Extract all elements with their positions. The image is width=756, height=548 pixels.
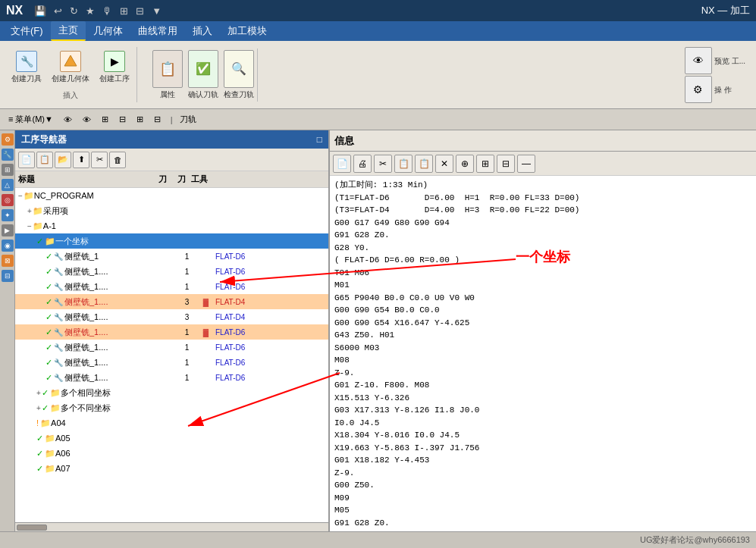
nav-btn-3[interactable]: 📂 [55, 152, 71, 168]
check-tool-icon[interactable]: 🔍 [224, 50, 254, 88]
side-icon-6[interactable]: ✦ [2, 209, 14, 221]
nav-btn-5[interactable]: ✂ [91, 152, 108, 168]
insert-label: 插入 [63, 90, 78, 101]
svg-marker-0 [64, 55, 77, 66]
redo-icon[interactable]: ↻ [67, 5, 80, 17]
expand-multi-same[interactable]: + [36, 389, 41, 397]
tree-item-op2[interactable]: ✓ 🔧 侧壁铣_1.... 1 FLAT-D6 [15, 264, 328, 279]
collapse-btn[interactable]: ⊟ [115, 113, 130, 126]
grid-btn[interactable]: ⊞ [133, 113, 147, 126]
expand-common[interactable]: + [27, 207, 32, 215]
tree-item-one-coord[interactable]: ✓ 📁 一个坐标 [15, 233, 328, 249]
op5-tool: FLAT-D4 [215, 313, 328, 321]
side-icon-8[interactable]: ◉ [2, 240, 14, 252]
filter-btn[interactable]: ⊟ [150, 113, 165, 126]
info-btn-6[interactable]: ✕ [435, 155, 453, 173]
tree-item-op8[interactable]: ✓ 🔧 侧壁铣_1.... 1 FLAT-D6 [15, 355, 328, 370]
info-btn-2[interactable]: 🖨 [353, 155, 372, 173]
scrollbar-thumb[interactable] [17, 525, 47, 531]
window2-icon[interactable]: ⊟ [133, 5, 146, 17]
create-tool-button[interactable]: 🔧 创建刀具 [8, 49, 45, 86]
info-btn-9[interactable]: ⊟ [497, 155, 515, 173]
view-btn2[interactable]: 👁 [79, 114, 95, 126]
menu-geometry[interactable]: 几何体 [86, 22, 130, 40]
side-icon-2[interactable]: 🔧 [2, 149, 14, 161]
verify-tool-icon[interactable]: ✅ [188, 50, 218, 88]
create-geometry-label: 创建几何体 [52, 74, 89, 84]
menu-machining[interactable]: 加工模块 [220, 22, 274, 40]
tree-item-a1[interactable]: − 📁 A-1 [15, 218, 328, 233]
nav-btn-1[interactable]: 📄 [18, 152, 35, 168]
op8-label: 侧壁铣_1.... [64, 357, 177, 368]
tree-item-op5[interactable]: ✓ 🔧 侧壁铣_1.... 3 FLAT-D4 [15, 309, 328, 324]
side-icon-1[interactable]: ⚙ [2, 133, 14, 146]
menu-curves[interactable]: 曲线常用 [130, 22, 185, 40]
side-icon-4[interactable]: △ [2, 179, 14, 191]
info-content[interactable]: (加工时间: 1:33 Min) (T1=FLAT-D6 D=6.00 H=1 … [330, 176, 756, 531]
operate-icon[interactable]: ⚙ [685, 76, 712, 103]
tree-item-nc-program[interactable]: − 📁 NC_PROGRAM [15, 188, 328, 203]
info-btn-5[interactable]: 📋 [415, 155, 433, 173]
info-line-4: G91 G28 Z0. [334, 229, 751, 242]
menu-dropdown-icon[interactable]: ▼ [149, 5, 164, 17]
side-icon-5[interactable]: ◎ [2, 194, 14, 206]
expand-a1[interactable]: − [27, 222, 32, 230]
info-btn-10[interactable]: — [517, 155, 535, 173]
tree-item-op9[interactable]: ✓ 🔧 侧壁铣_1.... 1 FLAT-D6 [15, 370, 328, 385]
horizontal-scrollbar[interactable] [15, 522, 328, 531]
tree-item-a05[interactable]: ✓ 📁 A05 [15, 431, 328, 446]
tree-item-multi-same[interactable]: + ✓ 📁 多个相同坐标 [15, 385, 328, 400]
a04-label: A04 [51, 418, 328, 427]
verify-tool-section: ✅ 确认刀轨 [188, 50, 218, 100]
side-icon-3[interactable]: ⊞ [2, 164, 14, 176]
create-operation-button[interactable]: ▶ 创建工序 [96, 49, 133, 86]
tree-item-op7[interactable]: ✓ 🔧 侧壁铣_1.... 1 FLAT-D6 [15, 340, 328, 355]
menu-home[interactable]: 主页 [51, 21, 86, 41]
expand-btn[interactable]: ⊞ [98, 113, 112, 126]
check-a07: ✓ [36, 464, 43, 474]
check-op1: ✓ [45, 252, 52, 261]
main-menu-btn[interactable]: ≡ 菜单(M)▼ [5, 112, 57, 127]
menu-insert[interactable]: 插入 [185, 22, 220, 40]
info-btn-1[interactable]: 📄 [333, 155, 351, 173]
expand-nc[interactable]: − [18, 192, 23, 200]
star-icon[interactable]: ★ [83, 5, 97, 17]
tree-item-op4[interactable]: ✓ 🔧 侧壁铣_1.... 3 ▓ FLAT-D4 [15, 294, 328, 309]
tree-item-op6[interactable]: ✓ 🔧 侧壁铣_1.... 1 ▓ FLAT-D6 [15, 324, 328, 340]
toolpath-label[interactable]: 刀轨 [176, 112, 200, 127]
info-btn-4[interactable]: 📋 [394, 155, 413, 173]
tree-item-a06[interactable]: ✓ 📁 A06 [15, 446, 328, 461]
tree-item-a07[interactable]: ✓ 📁 A07 [15, 461, 328, 476]
view-btn1[interactable]: 👁 [60, 114, 76, 126]
info-btn-7[interactable]: ⊕ [456, 155, 474, 173]
nav-btn-4[interactable]: ⬆ [73, 152, 89, 168]
info-btn-8[interactable]: ⊞ [476, 155, 494, 173]
op6-icon: 🔧 [54, 328, 63, 337]
nav-btn-2[interactable]: 📋 [36, 152, 53, 168]
preview-icon[interactable]: 👁 [685, 47, 712, 74]
tree-item-common[interactable]: + 📁 采用项 [15, 203, 328, 218]
a06-label: A06 [55, 449, 328, 458]
expand-multi-diff[interactable]: + [36, 404, 41, 412]
tree-item-op3[interactable]: ✓ 🔧 侧壁铣_1.... 1 FLAT-D6 [15, 279, 328, 294]
col-blade2: 刀 [172, 174, 191, 185]
side-icon-7[interactable]: ▶ [2, 224, 14, 236]
menu-file[interactable]: 文件(F) [3, 22, 51, 40]
tree-item-multi-diff[interactable]: + ✓ 📁 多个不同坐标 [15, 400, 328, 415]
info-line-3: G00 G17 G49 G80 G90 G94 [334, 217, 751, 230]
tree-item-a04[interactable]: ! 📁 A04 [15, 415, 328, 431]
maximize-icon[interactable]: □ [317, 134, 322, 145]
mic-icon[interactable]: 🎙 [100, 5, 114, 17]
op1-tool: FLAT-D6 [215, 252, 328, 261]
properties-icon[interactable]: 📋 [152, 50, 183, 88]
info-btn-3[interactable]: ✂ [374, 155, 392, 173]
side-icon-10[interactable]: ⊟ [2, 270, 14, 282]
save-icon[interactable]: 💾 [32, 5, 49, 17]
window-icon[interactable]: ⊞ [118, 5, 130, 17]
info-line-9: G65 P9040 B0.0 C0.0 U0 V0 W0 [334, 292, 751, 305]
nav-btn-6[interactable]: 🗑 [109, 152, 126, 168]
tree-item-op1[interactable]: ✓ 🔧 侧壁铣_1 1 FLAT-D6 [15, 249, 328, 264]
side-icon-9[interactable]: ⊠ [2, 255, 14, 267]
undo-icon[interactable]: ↩ [52, 5, 64, 17]
create-geometry-button[interactable]: 创建几何体 [48, 49, 93, 86]
